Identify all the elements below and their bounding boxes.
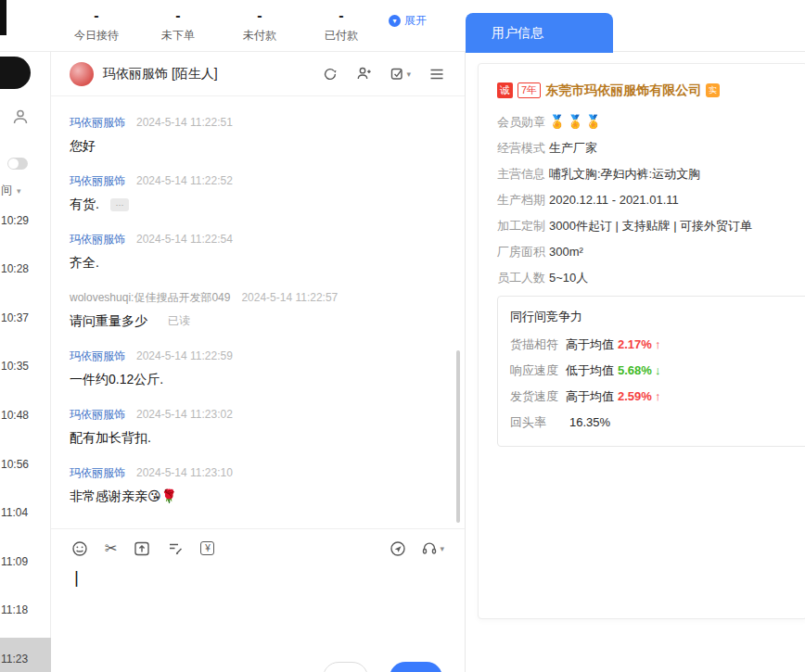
company-row: 诚 7年 东莞市玛依丽服饰有限公司 实 bbox=[497, 82, 805, 98]
field-member-medals: 会员勋章 🏅🏅🏅 bbox=[497, 114, 805, 130]
message-time: 2024-5-14 11:23:02 bbox=[136, 407, 233, 422]
field-customization: 加工定制 3000件起订 | 支持贴牌 | 可接外贸订单 bbox=[497, 218, 805, 234]
message-input[interactable]: | bbox=[51, 567, 465, 640]
add-contact-icon[interactable] bbox=[356, 66, 372, 82]
message-time: 2024-5-14 11:23:10 bbox=[136, 465, 233, 480]
chat-header-icons: ▾ bbox=[323, 66, 444, 82]
member-years-badge: 7年 bbox=[518, 82, 541, 98]
chat-message: 玛依丽服饰 2024-5-14 11:23:02 配有加长背扣. bbox=[70, 407, 446, 447]
chat-title: 玛依丽服饰 [陌生人] bbox=[103, 66, 218, 82]
chevron-down-icon: ▾ bbox=[389, 15, 401, 27]
list-item[interactable]: 11:18 bbox=[0, 570, 51, 619]
scrollbar[interactable] bbox=[456, 350, 460, 523]
tab-user-info[interactable]: 用户信息 bbox=[466, 13, 613, 53]
stat-label: 未付款 bbox=[232, 28, 288, 44]
message-text: 有货. ··· bbox=[70, 196, 446, 213]
message-time: 2024-5-14 11:22:51 bbox=[136, 115, 233, 130]
list-item[interactable]: 10:29 bbox=[0, 180, 51, 229]
list-item[interactable]: 11:23 bbox=[0, 618, 51, 667]
refresh-icon[interactable] bbox=[323, 67, 338, 82]
menu-icon[interactable] bbox=[429, 68, 444, 81]
send-button[interactable] bbox=[390, 662, 442, 672]
arrow-down-icon: ↓ bbox=[655, 362, 661, 378]
collapsed-panel-handle[interactable] bbox=[0, 57, 31, 89]
conversation-times: 10:29 10:28 10:37 10:35 10:48 10:56 11:0… bbox=[0, 180, 51, 667]
message-text: 一件约0.12公斤. bbox=[70, 371, 446, 388]
comp-row-response-speed: 响应速度 低于均值 5.68% ↓ bbox=[510, 362, 805, 378]
list-item[interactable]: 11:04 bbox=[0, 473, 51, 522]
competitiveness-box: 同行间竞争力 货描相符 高于均值 2.17% ↑ 响应速度 低于均值 5.68%… bbox=[497, 296, 805, 447]
list-toggle[interactable] bbox=[7, 158, 28, 170]
message-sender: 玛依丽服饰 bbox=[70, 349, 125, 363]
chat-toolbar: ✂ ¥ bbox=[51, 528, 465, 567]
message-text: 齐全. bbox=[70, 254, 446, 272]
task-checkbox-icon[interactable]: ▾ bbox=[390, 67, 411, 81]
message-text: 配有加长背扣. bbox=[70, 429, 446, 447]
list-item[interactable]: 10:28 bbox=[0, 229, 51, 278]
file-upload-icon[interactable] bbox=[134, 540, 150, 557]
verified-badge-icon: 实 bbox=[706, 83, 720, 97]
avatar[interactable] bbox=[70, 62, 94, 86]
chat-message: 玛依丽服饰 2024-5-14 11:22:54 齐全. bbox=[70, 232, 446, 272]
integrity-badge-icon: 诚 bbox=[497, 82, 513, 98]
contacts-icon[interactable] bbox=[11, 108, 30, 130]
chat-message: 玛依丽服饰 2024-5-14 11:22:59 一件约0.12公斤. bbox=[70, 349, 446, 388]
stat-value: - bbox=[150, 7, 206, 23]
stat-value: - bbox=[232, 7, 288, 23]
transfer-money-icon[interactable]: ¥ bbox=[200, 541, 214, 555]
send-shortcut-icon[interactable] bbox=[390, 540, 406, 557]
secondary-button[interactable] bbox=[323, 662, 368, 672]
field-main-products: 主营信息 哺乳文胸:孕妇内裤:运动文胸 bbox=[497, 166, 805, 182]
comp-row-description-match: 货描相符 高于均值 2.17% ↑ bbox=[510, 336, 805, 352]
chat-message: 玛依丽服饰 2024-5-14 11:23:10 非常感谢亲亲😘🌹 bbox=[70, 465, 446, 505]
message-text: 请问重量多少 已读 bbox=[70, 312, 446, 330]
stat-unpaid: - 未付款 bbox=[232, 7, 288, 44]
list-item[interactable]: 10:35 bbox=[0, 326, 51, 375]
message-sender: woloveshuqi:促佳搜品开发部049 bbox=[70, 290, 230, 305]
chat-message: 玛依丽服饰 2024-5-14 11:22:51 您好 bbox=[70, 115, 446, 155]
screenshot-scissors-icon[interactable]: ✂ bbox=[105, 541, 117, 556]
list-item[interactable]: 10:56 bbox=[0, 424, 51, 473]
chat-header: 玛依丽服饰 [陌生人] bbox=[51, 52, 465, 96]
chat-message-self: woloveshuqi:促佳搜品开发部049 2024-5-14 11:22:5… bbox=[70, 290, 446, 330]
list-item[interactable]: 10:37 bbox=[0, 277, 51, 326]
message-time: 2024-5-14 11:22:59 bbox=[136, 349, 233, 363]
message-time: 2024-5-14 11:22:52 bbox=[136, 173, 233, 188]
company-info-card: 诚 7年 东莞市玛依丽服饰有限公司 实 会员勋章 🏅🏅🏅 经营模式 生产厂家 主… bbox=[478, 63, 805, 619]
arrow-up-icon: ↑ bbox=[655, 336, 661, 352]
user-info-panel: 用户信息 诚 7年 东莞市玛依丽服饰有限公司 实 会员勋章 🏅🏅🏅 经营模式 生… bbox=[466, 0, 805, 672]
message-sender: 玛依丽服饰 bbox=[70, 465, 125, 480]
message-text: 您好 bbox=[70, 137, 446, 155]
arrow-up-icon: ↑ bbox=[655, 388, 661, 404]
stat-label: 今日接待 bbox=[69, 28, 124, 44]
list-item[interactable]: 10:48 bbox=[0, 374, 51, 424]
window-edge-handle bbox=[0, 0, 6, 35]
message-more-icon[interactable]: ··· bbox=[110, 198, 129, 211]
field-factory-area: 厂房面积 300m² bbox=[497, 244, 805, 260]
customer-service-icon[interactable]: ▾ bbox=[421, 540, 444, 556]
comp-row-shipping-speed: 发货速度 高于均值 2.59% ↑ bbox=[510, 388, 805, 404]
field-business-model: 经营模式 生产厂家 bbox=[497, 140, 805, 156]
app-window: - 今日接待 - 未下单 - 未付款 - 已付款 ▾ 展开 bbox=[0, 0, 805, 672]
message-sender: 玛依丽服饰 bbox=[70, 115, 125, 130]
company-name-link[interactable]: 东莞市玛依丽服饰有限公司 bbox=[545, 82, 701, 99]
quick-phrase-icon[interactable] bbox=[167, 540, 184, 557]
expand-label: 展开 bbox=[404, 13, 427, 29]
message-sender: 玛依丽服饰 bbox=[70, 232, 125, 247]
comp-row-repeat-rate: 回头率 16.35% bbox=[510, 414, 805, 430]
emoji-icon[interactable] bbox=[71, 540, 88, 557]
expand-button[interactable]: ▾ 展开 bbox=[389, 13, 427, 29]
stats-bar: - 今日接待 - 未下单 - 未付款 - 已付款 ▾ 展开 bbox=[0, 0, 466, 52]
field-employee-count: 员工人数 5~10人 bbox=[497, 270, 805, 285]
competitiveness-title: 同行间竞争力 bbox=[510, 309, 805, 324]
medal-icons: 🏅🏅🏅 bbox=[549, 114, 603, 130]
stat-label: 未下单 bbox=[150, 28, 206, 44]
message-time: 2024-5-14 11:22:54 bbox=[136, 232, 233, 247]
message-sender: 玛依丽服饰 bbox=[70, 407, 125, 422]
message-text: 非常感谢亲亲😘🌹 bbox=[70, 488, 446, 505]
chat-panel: 玛依丽服饰 [陌生人] bbox=[51, 52, 466, 672]
list-item[interactable]: 11:09 bbox=[0, 521, 51, 570]
field-production-schedule: 生产档期 2020.12.11 - 2021.01.11 bbox=[497, 192, 805, 208]
message-time: 2024-5-14 11:22:57 bbox=[241, 290, 338, 305]
chat-message: 玛依丽服饰 2024-5-14 11:22:52 有货. ··· bbox=[70, 173, 446, 213]
